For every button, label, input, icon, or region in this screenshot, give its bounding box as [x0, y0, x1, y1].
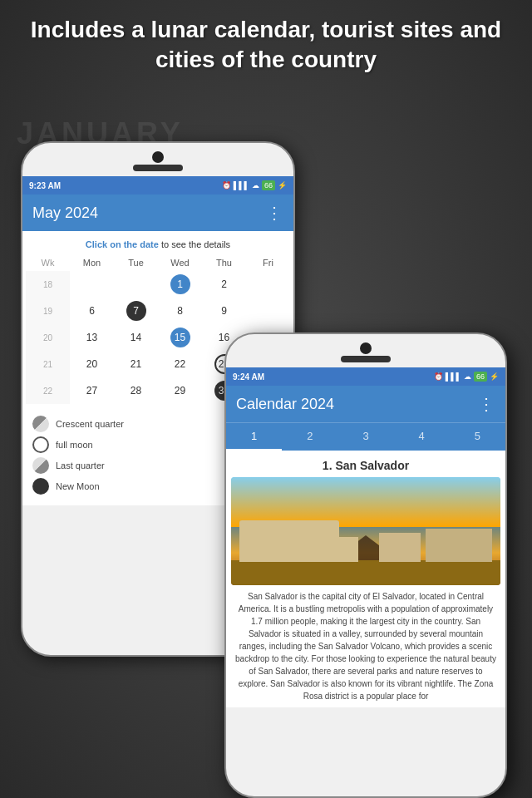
header-title: Includes a lunar calendar, tourist sites… — [0, 15, 532, 76]
tab-4[interactable]: 4 — [394, 423, 450, 451]
col-wed: Wed — [158, 254, 202, 271]
time-1: 9:23 AM — [29, 181, 61, 190]
day-1[interactable]: 1 — [170, 274, 190, 294]
status-icons-1: ⏰ ▌▌▌ ☁ 66 ⚡ — [222, 180, 287, 190]
col-wk: Wk — [26, 254, 70, 271]
col-fri: Fri — [246, 254, 290, 271]
tab-1[interactable]: 1 — [226, 423, 282, 451]
day-15[interactable]: 15 — [170, 328, 190, 347]
full-moon-icon — [32, 436, 49, 453]
header: Includes a lunar calendar, tourist sites… — [0, 15, 532, 76]
table-row: 19 6 7 8 9 — [26, 298, 290, 324]
city-title: 1. San Salvador — [231, 459, 500, 472]
app-bar-1: May 2024 ⋮ — [22, 195, 293, 231]
camera-2 — [360, 342, 372, 354]
menu-button-2[interactable]: ⋮ — [478, 394, 495, 414]
crescent-label: Crescent quarter — [56, 419, 124, 429]
status-icons-2: ⏰ ▌▌▌ ☁ 66 ⚡ — [434, 372, 499, 382]
tabs-bar: 1 2 3 4 5 — [226, 422, 505, 451]
status-bar-2: 9:24 AM ⏰ ▌▌▌ ☁ 66 ⚡ — [226, 367, 505, 386]
table-row: 18 1 2 — [26, 271, 290, 298]
city-content: 1. San Salvador San Salvador is the capi… — [226, 451, 505, 707]
tab-2[interactable]: 2 — [282, 423, 337, 451]
speaker-2 — [341, 356, 391, 362]
col-mon: Mon — [70, 254, 114, 271]
full-moon-label: full moon — [56, 440, 93, 450]
tab-3[interactable]: 3 — [337, 423, 393, 451]
time-2: 9:24 AM — [233, 372, 264, 382]
col-thu: Thu — [202, 254, 246, 271]
crescent-icon — [32, 416, 49, 432]
new-moon-label: New Moon — [56, 481, 100, 491]
new-moon-icon — [32, 478, 49, 495]
phone-2: 9:24 AM ⏰ ▌▌▌ ☁ 66 ⚡ Calendar 2024 ⋮ 1 2… — [224, 332, 507, 798]
menu-button-1[interactable]: ⋮ — [266, 203, 283, 223]
speaker-1 — [133, 165, 183, 171]
col-tue: Tue — [114, 254, 158, 271]
status-bar-1: 9:23 AM ⏰ ▌▌▌ ☁ 66 ⚡ — [22, 176, 293, 195]
camera-1 — [152, 151, 164, 163]
last-quarter-label: Last quarter — [56, 461, 105, 470]
city-image — [231, 477, 500, 585]
app-bar-2: Calendar 2024 ⋮ — [226, 386, 505, 422]
tab-5[interactable]: 5 — [450, 423, 505, 451]
day-7[interactable]: 7 — [126, 301, 146, 321]
city-description: San Salvador is the capital city of El S… — [231, 590, 500, 702]
app-title-1: May 2024 — [32, 204, 98, 222]
app-title-2: Calendar 2024 — [236, 396, 334, 413]
click-hint: Click on the date to see the details — [26, 236, 290, 254]
last-quarter-icon — [32, 457, 49, 474]
